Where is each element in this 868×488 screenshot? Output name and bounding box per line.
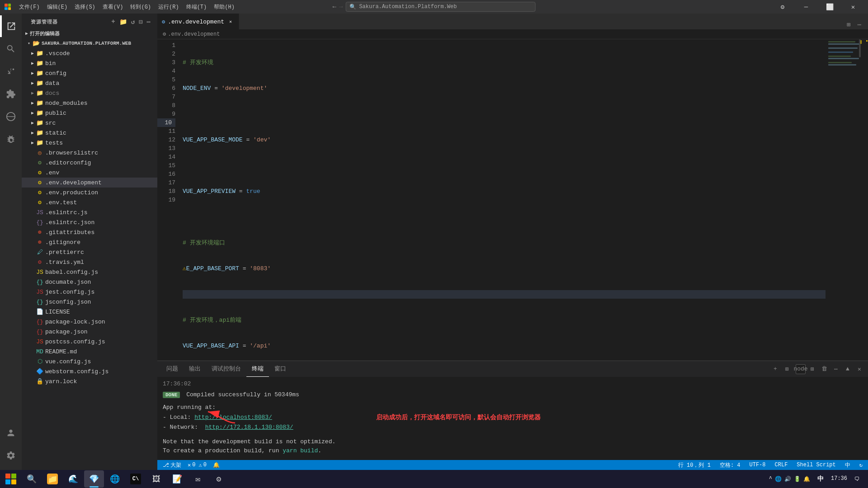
tree-item-postcss[interactable]: JS postcss.config.js bbox=[22, 337, 157, 347]
notification-item[interactable]: 🔔 bbox=[211, 460, 222, 470]
tree-item-eslintrc-json[interactable]: {} .eslintrc.json bbox=[22, 217, 157, 227]
taskbar-cmd[interactable]: C\ bbox=[126, 470, 146, 488]
tree-item-prettierrc[interactable]: 🖊 .prettierrc bbox=[22, 247, 157, 257]
taskbar-time[interactable]: 17:36 bbox=[828, 470, 850, 488]
tree-item-static[interactable]: ▶ 📁 static bbox=[22, 128, 157, 138]
terminal-more-icon[interactable]: ⋯ bbox=[831, 364, 841, 374]
node-label[interactable]: node bbox=[796, 364, 806, 374]
activity-search[interactable] bbox=[0, 38, 22, 60]
line-ending-item[interactable]: CRLF bbox=[773, 460, 790, 470]
lang-cn-item[interactable]: 中 bbox=[843, 460, 852, 470]
tree-item-env-production[interactable]: ⚙ .env.production bbox=[22, 188, 157, 197]
tree-item-node_modules[interactable]: ▶ 📁 node_modules bbox=[22, 98, 157, 108]
activity-account[interactable] bbox=[0, 422, 22, 444]
maximize-btn[interactable]: ⬜ bbox=[819, 0, 840, 14]
more-icon[interactable]: ⋯ bbox=[146, 17, 152, 27]
menu-run[interactable]: 运行(R) bbox=[156, 2, 182, 12]
terminal-content[interactable]: 17:36:02 DONE Compiled successfully in 5… bbox=[157, 377, 868, 460]
tree-item-env[interactable]: ⚙ .env bbox=[22, 168, 157, 178]
settings-icon[interactable]: ⚙ bbox=[772, 0, 793, 14]
activity-settings[interactable] bbox=[0, 445, 22, 466]
code-editor[interactable]: 1 2 3 4 5 6 7 8 9 10 11 12 13 14 bbox=[157, 39, 868, 361]
close-btn[interactable]: ✕ bbox=[843, 0, 863, 14]
menu-help[interactable]: 帮助(H) bbox=[211, 2, 237, 12]
tab-env-development[interactable]: ⚙ .env.development ✕ bbox=[157, 14, 239, 29]
tab-problems[interactable]: 问题 bbox=[161, 361, 184, 377]
tree-item-vscode[interactable]: ▶ 📁 .vscode bbox=[22, 48, 157, 58]
tree-item-jest-config[interactable]: JS jest.config.js bbox=[22, 287, 157, 297]
spaces-item[interactable]: 空格: 4 bbox=[718, 460, 742, 470]
activity-source-control[interactable] bbox=[0, 61, 22, 82]
tab-terminal[interactable]: 终端 bbox=[246, 361, 269, 377]
nav-back-btn[interactable]: ← bbox=[333, 3, 336, 10]
tree-item-vue-config[interactable]: ⬡ vue.config.js bbox=[22, 357, 157, 366]
tab-ports[interactable]: 窗口 bbox=[269, 361, 292, 377]
new-file-icon[interactable]: + bbox=[110, 17, 116, 27]
tree-item-data[interactable]: ▶ 📁 data bbox=[22, 78, 157, 88]
tree-item-config[interactable]: ▶ 📁 config bbox=[22, 68, 157, 78]
encoding-item[interactable]: UTF-8 bbox=[748, 460, 768, 470]
tree-item-babel-config[interactable]: JS babel.config.js bbox=[22, 267, 157, 277]
nav-forward-btn[interactable]: → bbox=[339, 3, 343, 10]
new-folder-icon[interactable]: 📁 bbox=[118, 17, 128, 27]
tree-item-editorconfig[interactable]: ⚙ .editorconfig bbox=[22, 158, 157, 168]
refresh-icon[interactable]: ↺ bbox=[130, 17, 136, 27]
menu-select[interactable]: 选择(S) bbox=[72, 2, 98, 12]
tree-item-browserslistrc[interactable]: ◎ .browserslistrc bbox=[22, 148, 157, 158]
minimize-btn[interactable]: — bbox=[796, 0, 816, 14]
tree-item-license[interactable]: 📄 LICENSE bbox=[22, 307, 157, 317]
tree-item-tests[interactable]: ▶ 📁 tests bbox=[22, 138, 157, 148]
branch-item[interactable]: ⎇ 大架 bbox=[161, 460, 183, 470]
taskbar-vscode[interactable]: 💎 bbox=[84, 470, 104, 488]
tree-item-package[interactable]: {} package.json bbox=[22, 327, 157, 337]
panel-maximize-icon[interactable]: ▲ bbox=[843, 364, 853, 374]
tree-item-src[interactable]: ▶ 📁 src bbox=[22, 118, 157, 128]
taskbar-edge[interactable]: 🌊 bbox=[63, 470, 83, 488]
tree-item-webstorm[interactable]: 🔷 webstorm.config.js bbox=[22, 366, 157, 376]
new-terminal-icon[interactable]: + bbox=[770, 364, 780, 374]
split-terminal-icon[interactable]: ⊞ bbox=[782, 364, 792, 374]
taskbar-search[interactable]: 🔍 bbox=[22, 470, 42, 488]
breadcrumb-filename[interactable]: .env.development bbox=[168, 31, 220, 38]
tree-item-gitignore[interactable]: ⊚ .gitignore bbox=[22, 237, 157, 247]
taskbar-chrome[interactable]: 🌐 bbox=[105, 470, 125, 488]
editor-scrollbar[interactable] bbox=[862, 39, 868, 361]
panel-close-icon[interactable]: ✕ bbox=[854, 364, 864, 374]
errors-item[interactable]: ✕ 0 ⚠ 0 bbox=[186, 460, 208, 470]
tree-item-env-development[interactable]: ⚙ .env.development bbox=[22, 178, 157, 188]
menu-terminal[interactable]: 终端(T) bbox=[184, 2, 210, 12]
menu-edit[interactable]: 编辑(E) bbox=[44, 2, 71, 12]
collapse-icon[interactable]: ⊟ bbox=[138, 17, 144, 27]
start-button[interactable] bbox=[2, 470, 20, 488]
terminal-trash-icon[interactable]: 🗑 bbox=[819, 364, 829, 374]
project-root[interactable]: ▾ 📂 SAKURA.AUTOMATION.PLATFORM.WEB bbox=[22, 38, 157, 48]
tree-item-package-lock[interactable]: {} package-lock.json bbox=[22, 317, 157, 327]
sys-tray[interactable]: ^ 🌐 🔊 🔋 🔔 bbox=[766, 470, 813, 488]
terminal-actions-icon[interactable]: ⊞ bbox=[807, 364, 817, 374]
tree-item-eslintrc-js[interactable]: JS .eslintrc.js bbox=[22, 207, 157, 217]
notification-btn[interactable]: 🗨 bbox=[852, 470, 863, 488]
tree-item-public[interactable]: ▶ 📁 public bbox=[22, 108, 157, 118]
taskbar-lang[interactable]: 中 bbox=[815, 470, 826, 488]
cursor-position[interactable]: 行 10，列 1 bbox=[676, 460, 712, 470]
tree-item-gitattributes[interactable]: ⊚ .gitattributes bbox=[22, 227, 157, 237]
more-actions-icon[interactable]: ⋯ bbox=[854, 19, 864, 29]
tree-item-bin[interactable]: ▶ 📁 bin bbox=[22, 58, 157, 68]
tree-item-jsconfig[interactable]: {} jsconfig.json bbox=[22, 297, 157, 307]
section-open-editors[interactable]: ▶ 打开的编辑器 bbox=[22, 28, 157, 38]
language-item[interactable]: Shell Script bbox=[795, 460, 837, 470]
taskbar-explorer[interactable]: 📁 bbox=[42, 470, 62, 488]
taskbar-mail[interactable]: ✉ bbox=[188, 470, 208, 488]
taskbar-settings[interactable]: ⚙ bbox=[209, 470, 229, 488]
activity-remote[interactable] bbox=[0, 106, 22, 127]
search-bar[interactable]: 🔍 Sakura.Automation.Platform.Web bbox=[345, 2, 535, 12]
sync-icon-item[interactable]: ↻ bbox=[858, 460, 864, 470]
menu-file[interactable]: 文件(F) bbox=[16, 2, 42, 12]
tree-item-yarn-lock[interactable]: 🔒 yarn.lock bbox=[22, 376, 157, 386]
taskbar-note[interactable]: 📝 bbox=[167, 470, 187, 488]
tree-item-env-test[interactable]: ⚙ .env.test bbox=[22, 197, 157, 207]
tree-item-documate[interactable]: {} documate.json bbox=[22, 277, 157, 287]
tree-item-travis[interactable]: ⚙ .travis.yml bbox=[22, 257, 157, 267]
tree-item-docs[interactable]: ▶ 📁 docs bbox=[22, 88, 157, 98]
activity-debug[interactable] bbox=[0, 128, 22, 150]
